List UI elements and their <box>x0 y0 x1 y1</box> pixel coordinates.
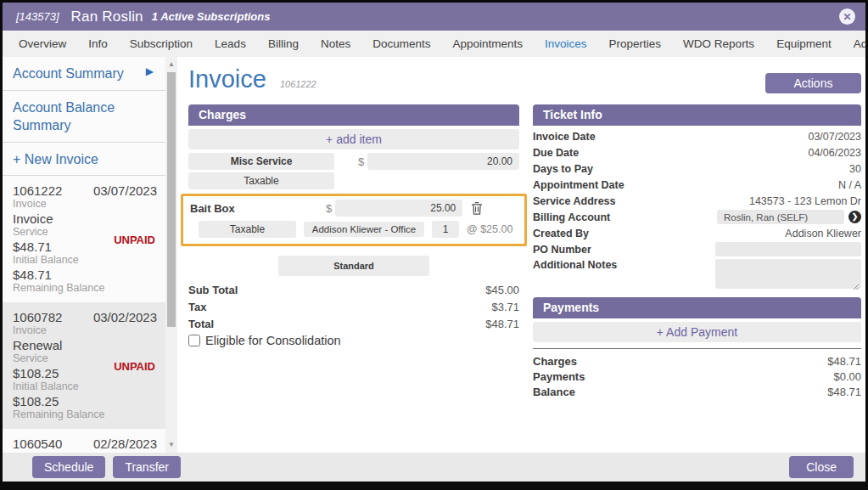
appointment-date-label: Appointment Date <box>533 179 624 191</box>
tab-leads[interactable]: Leads <box>204 37 257 50</box>
invoice-kind-label: Invoice <box>13 324 157 336</box>
sidebar-item-account-summary[interactable]: Account Summary ▶ <box>3 57 165 91</box>
charge-amount-input[interactable] <box>367 153 519 170</box>
schedule-button[interactable]: Schedule <box>32 456 105 478</box>
additional-notes-textarea[interactable] <box>715 259 861 289</box>
charge-item-highlighted: Bait Box $ Taxable Addison Kliewer - Off… <box>181 194 527 246</box>
actions-button[interactable]: Actions <box>765 73 861 93</box>
tax-row: Tax $3.71 <box>188 301 519 313</box>
invoice-date: 03/02/2023 <box>93 310 157 324</box>
invoice-date-row: Invoice Date 03/07/2023 <box>533 128 861 144</box>
tab-properties[interactable]: Properties <box>598 37 673 50</box>
invoice-list-item[interactable]: 1061222 03/07/2023 Invoice Invoice Servi… <box>3 176 165 302</box>
resize-grip-icon[interactable] <box>853 284 860 290</box>
add-payment-button[interactable]: + Add Payment <box>533 322 861 342</box>
sidebar-item-account-balance-summary[interactable]: Account Balance Summary <box>3 91 165 143</box>
charge-item: Misc Service $ Taxable <box>188 153 519 189</box>
po-number-input[interactable] <box>715 242 861 256</box>
open-billing-account-icon[interactable]: ❯ <box>848 211 861 223</box>
window-bottom-edge <box>3 482 865 487</box>
transfer-button[interactable]: Transfer <box>113 456 181 478</box>
close-button[interactable]: Close <box>789 456 854 478</box>
add-item-button[interactable]: + add item <box>188 129 519 149</box>
additional-notes-row: Additional Notes <box>533 259 861 292</box>
account-summary-label: Account Summary <box>13 66 124 81</box>
total-label: Total <box>188 318 214 330</box>
tax-value: $3.71 <box>491 301 519 313</box>
technician-button[interactable]: Addison Kliewer - Office <box>304 222 424 237</box>
chevron-right-icon: ▶ <box>146 65 154 78</box>
invoice-date: 03/07/2023 <box>93 183 157 198</box>
tab-wdo-reports[interactable]: WDO Reports <box>672 37 765 50</box>
remaining-balance-value: $48.71 <box>13 268 157 282</box>
due-date-label: Due Date <box>533 147 579 159</box>
invoice-number-subtitle: 1061222 <box>280 79 316 89</box>
days-to-pay-value[interactable]: 30 <box>849 163 861 175</box>
charges-header: Charges <box>188 104 519 126</box>
total-row: Total $48.71 <box>188 318 519 330</box>
created-by-label: Created By <box>533 228 589 239</box>
tab-invoices[interactable]: Invoices <box>534 37 598 50</box>
currency-symbol: $ <box>326 202 332 215</box>
tab-info[interactable]: Info <box>77 37 119 50</box>
charge-amount-input[interactable] <box>335 200 462 217</box>
unit-rate-label: @ $25.00 <box>467 223 512 235</box>
invoice-date: 02/28/2023 <box>93 436 157 451</box>
close-icon[interactable]: ✕ <box>839 8 855 25</box>
created-by-value: Addison Kliewer <box>785 228 861 239</box>
tax-status-button[interactable]: Taxable <box>188 172 334 189</box>
po-number-label: PO Number <box>533 244 591 256</box>
scrollbar-thumb[interactable] <box>167 72 176 327</box>
tab-appointments[interactable]: Appointments <box>441 37 534 50</box>
payments-charges-row: Charges $48.71 <box>533 355 861 368</box>
tab-notes[interactable]: Notes <box>310 37 361 50</box>
service-address-label: Service Address <box>533 195 616 207</box>
service-address-row: Service Address 143573 - 123 Lemon Dr <box>533 193 861 209</box>
tab-subscription[interactable]: Subscription <box>119 37 204 50</box>
account-balance-summary-label: Account Balance Summary <box>13 100 115 133</box>
trash-icon[interactable] <box>469 200 484 216</box>
account-name: Ran Roslin <box>71 8 143 25</box>
tab-overview[interactable]: Overview <box>8 37 77 50</box>
tab-billing[interactable]: Billing <box>257 37 310 50</box>
tab-equipment[interactable]: Equipment <box>765 37 843 50</box>
days-to-pay-row: Days to Pay 30 <box>533 161 861 177</box>
invoice-list-item[interactable]: 1060782 03/02/2023 Invoice Renewal Servi… <box>3 302 165 429</box>
invoice-list-item[interactable]: 1060540 02/28/2023 Invoice Invoice Servi… <box>3 429 165 453</box>
tab-documents[interactable]: Documents <box>361 37 441 50</box>
billing-account-input[interactable] <box>717 210 844 224</box>
tax-status-button[interactable]: Taxable <box>199 221 296 238</box>
scroll-down-icon[interactable]: ▼ <box>165 439 177 451</box>
subtotal-row: Sub Total $45.00 <box>188 284 519 296</box>
due-date-value[interactable]: 04/06/2023 <box>808 147 861 159</box>
days-to-pay-label: Days to Pay <box>533 163 593 175</box>
quantity-input[interactable]: 1 <box>432 221 459 238</box>
pricing-standard-button[interactable]: Standard <box>278 256 429 276</box>
due-date-row: Due Date 04/06/2023 <box>533 144 861 161</box>
invoice-date-value[interactable]: 03/07/2023 <box>808 131 861 143</box>
page-title: Invoice <box>188 65 266 93</box>
account-id: [143573] <box>16 10 59 23</box>
title-bar: [143573] Ran Roslin 1 Active Subscriptio… <box>3 3 865 31</box>
billing-account-row: Billing Account ❯ <box>533 209 861 225</box>
po-number-row: PO Number <box>533 241 861 257</box>
consolidation-checkbox[interactable] <box>188 335 200 346</box>
charge-name-button[interactable]: Misc Service <box>188 153 334 170</box>
subtotal-value: $45.00 <box>485 284 519 296</box>
sidebar-scrollbar[interactable]: ▲ ▼ <box>165 57 177 453</box>
tab-admin[interactable]: Admin <box>843 37 868 50</box>
payments-header: Payments <box>533 297 861 318</box>
status-badge: UNPAID <box>114 234 155 246</box>
invoice-detail-pane: Invoice 1061222 Charges + add item Misc … <box>177 57 865 453</box>
charge-name[interactable]: Bait Box <box>190 202 326 215</box>
currency-symbol: $ <box>358 155 364 168</box>
payments-balance-row: Balance $48.71 <box>533 386 861 398</box>
sidebar-item-new-invoice[interactable]: + New Invoice <box>3 143 165 177</box>
remaining-balance-label: Remaining Balance <box>13 282 157 294</box>
payments-payments-value: $0.00 <box>833 370 861 383</box>
payments-charges-label: Charges <box>533 355 577 368</box>
payments-payments-row: Payments $0.00 <box>533 370 861 383</box>
scroll-up-icon[interactable]: ▲ <box>165 59 177 70</box>
account-invoice-window: [143573] Ran Roslin 1 Active Subscriptio… <box>0 0 868 490</box>
appointment-date-value: N / A <box>838 179 861 191</box>
